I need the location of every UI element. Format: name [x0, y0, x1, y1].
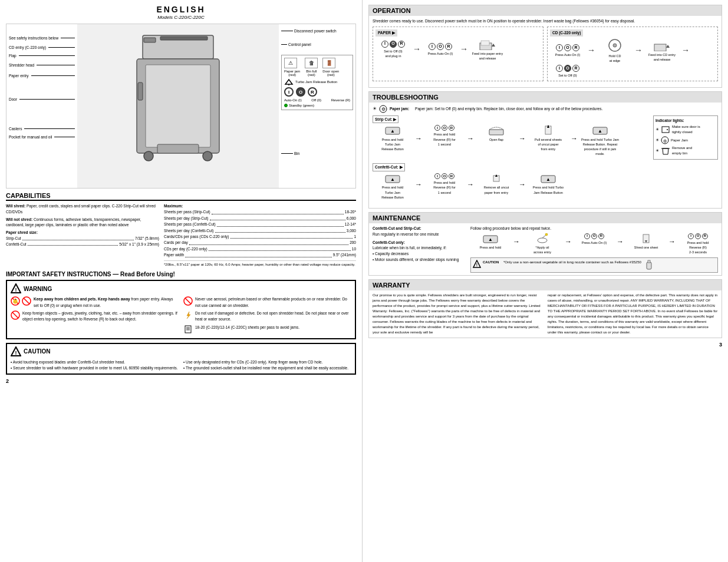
strip-cut-label: Strip Cut: ▶: [373, 115, 398, 124]
will-shred-text: Paper, credit cards, staples and small p…: [6, 204, 156, 214]
door-icon-ind: [661, 125, 670, 134]
turbo-btn-icon-ts: ▲: [385, 125, 400, 135]
jam-note: ☀ ⚙ Paper jam: Paper jam: Set to Off (0)…: [373, 105, 718, 113]
label-paper-entry: Paper entry: [9, 74, 29, 78]
svg-text:▲: ▲: [546, 177, 551, 182]
will-shred-label: Will shred:: [6, 204, 25, 208]
capabilities-section: CAPABILITIES Will shred: Paper, credit c…: [6, 192, 356, 267]
strip-step-1: I O R Press and holdReverse (R) for1 sec…: [424, 125, 465, 147]
paper-shred-size-label: Paper shred size:: [6, 230, 38, 234]
paper-step-0: IOR Set to Off (0)and plug in: [375, 41, 411, 59]
svg-point-7: [203, 151, 212, 161]
svg-point-47: [667, 129, 668, 130]
maint-follow-text: Follow oiling procedure below and repeat…: [470, 226, 718, 232]
warning-item-0: Keep away from children and pets. Keep h…: [34, 296, 179, 309]
strip-step-4: ▲ Press and hold Turbo JamRelease Button…: [580, 125, 620, 156]
cap-row-0-val: 18-20*: [345, 209, 356, 215]
header-models: Models C-220/C-220C: [6, 15, 356, 20]
caution-item-0: Avoid touching exposed blades under Conf…: [13, 360, 125, 364]
paper-step-1: IOR Press Auto-On (I): [423, 43, 458, 56]
maintenance-title: MAINTENANCE: [369, 213, 722, 223]
cap-row-0-label: Sheets per pass (Strip-Cut): [164, 209, 210, 215]
paper-feed-icon: [479, 38, 496, 50]
btn-label-autoon: Auto-On (I): [284, 98, 302, 102]
svg-rect-31: [481, 41, 489, 45]
svg-rect-5: [146, 65, 210, 147]
warning-box: ! WARNING 👶: [6, 280, 356, 339]
warranty-title: WARRANTY: [369, 280, 722, 290]
label-casters: Casters: [9, 127, 22, 131]
paper-step-2: Feed into paper entryand release: [470, 38, 505, 61]
turbo-hold-icon: ▲: [541, 173, 556, 184]
svg-rect-4: [138, 82, 143, 100]
bin-ind-icon: [661, 147, 670, 155]
strip-step-2: Open flap: [476, 125, 516, 142]
cd-step-1: Hold CDat edge: [597, 38, 633, 64]
confetti-step-2: Remove all uncutpaper from entry: [476, 173, 516, 195]
operation-section: OPERATION Shredder comes ready to use. D…: [368, 5, 722, 88]
svg-text:▲: ▲: [488, 237, 493, 242]
no-children-icon: 👶: [11, 296, 20, 306]
diagram-labels-left: See safety instructions below CD entry (…: [6, 24, 77, 188]
svg-rect-40: [489, 130, 503, 135]
label-control-panel: Control panel: [288, 42, 311, 47]
warning-item-r1: Do not use if damaged or defective. Do n…: [195, 310, 351, 323]
maint-step-3: Shred one sheet: [626, 233, 666, 250]
svg-text:▲: ▲: [598, 128, 602, 134]
sheets-icon: [183, 325, 193, 334]
no-aerosol-icon: [183, 296, 193, 306]
warning-triangle-icon: !: [11, 283, 21, 294]
svg-point-33: [613, 44, 617, 47]
maint-confetti-strip-text: Run regularly in reverse for one minute: [373, 232, 467, 237]
maintenance-section: MAINTENANCE Confetti-Cut and Strip-Cut: …: [368, 212, 722, 276]
warranty-col2: repair or replacement, at Fellowes' opti…: [548, 293, 718, 335]
troubleshooting-section: TROUBLESHOOTING ☀ ⚙ Paper jam: Paper jam…: [368, 91, 722, 209]
operation-intro: Shredder comes ready to use. Disconnect …: [373, 18, 718, 24]
cap-row-1-label: Sheets per day (Strip-Cut): [164, 216, 209, 222]
btn-O[interactable]: O: [296, 87, 305, 97]
turbo-jam-label: Turbo Jam Release Button: [295, 80, 337, 84]
svg-rect-66: [648, 260, 650, 263]
indicator-lights-box: Indicator lights: ☀ Make sure door istig…: [653, 115, 718, 160]
maint-confetti-only-text: Lubricate when bin is full, or immediate…: [373, 245, 467, 262]
svg-point-60: [545, 233, 548, 236]
svg-marker-30: [492, 44, 495, 47]
confetti-step-3: ▲ Press and hold TurboJam Release Button: [528, 173, 568, 195]
cap-row-6-label: CDs per day (C-220 only): [164, 246, 207, 252]
cap-row-7-val: 9.5" (241mm): [333, 252, 356, 258]
svg-line-21: [185, 298, 191, 304]
cd-step-0: IOR Press Auto-On (I): [550, 44, 585, 57]
maint-press-icon: ▲: [483, 233, 498, 244]
caution-title: CAUTION: [24, 348, 51, 355]
svg-rect-23: [185, 326, 191, 333]
svg-rect-34: [654, 44, 666, 51]
cap-row-3-label: Sheets per day (Confetti-Cut): [164, 228, 214, 234]
svg-text:👶: 👶: [12, 298, 18, 304]
btn-label-off: Off (0): [311, 98, 321, 102]
svg-text:!: !: [476, 263, 477, 267]
btn-I[interactable]: I: [284, 87, 294, 97]
max-label: Maximum:: [164, 204, 183, 208]
svg-marker-9: [285, 80, 292, 84]
caution-item-1: Secure shredder to wall with hardware pr…: [13, 366, 177, 370]
cap-row-1-val: 6,000: [347, 216, 356, 222]
svg-rect-65: [647, 262, 651, 269]
svg-text:!: !: [15, 287, 17, 293]
no-hands-icon: [22, 296, 31, 306]
maint-step-4: I O R Press and holdReverse (R)2-3 secon…: [678, 233, 718, 255]
btn-R[interactable]: R: [308, 87, 317, 97]
svg-text:▲: ▲: [390, 177, 395, 182]
warning-item-r0: Never use aerosol, petroleum based or ot…: [195, 296, 351, 309]
caution-inline-icon: !: [473, 260, 481, 268]
svg-rect-8: [157, 144, 199, 153]
shred-one-icon: [638, 233, 654, 244]
svg-rect-46: [662, 127, 669, 133]
strip-cut-size: 7/32" (5.8mm): [135, 236, 159, 242]
cd-step-3: IOR Set to Off (0): [550, 65, 585, 78]
maint-caution-text: *Only use a non-aerosol vegetable oil in…: [503, 260, 641, 265]
warning-title: WARNING: [24, 286, 52, 292]
svg-text:▲: ▲: [390, 128, 395, 134]
jam-ind-icon: ⚙: [661, 136, 669, 144]
warranty-section: WARRANTY Our promise to you is quite sim…: [368, 279, 722, 338]
jam-icon: ⚙: [379, 105, 387, 113]
